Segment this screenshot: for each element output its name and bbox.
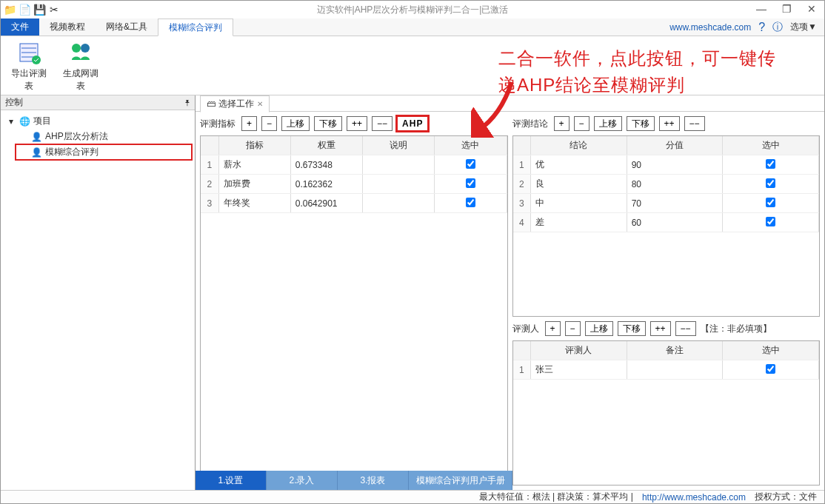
bottom-tab-input[interactable]: 2.录入 [267,471,338,490]
bottom-tab-report[interactable]: 3.报表 [338,471,409,490]
cell[interactable] [627,360,723,380]
indicator-addmulti-button[interactable]: ++ [347,116,367,131]
bottom-tab-manual[interactable]: 模糊综合评判用户手册 [409,471,512,490]
cell[interactable] [363,155,435,175]
help-icon[interactable]: ? [758,21,765,34]
cell[interactable] [363,175,435,194]
cell[interactable]: 0.673348 [290,155,362,175]
cell[interactable]: 良 [531,175,627,194]
cell[interactable]: 60 [627,213,723,232]
tree-item-ahp[interactable]: 👤 AHP层次分析法 [16,129,192,144]
tree-toggle-icon[interactable]: ▾ [7,116,16,127]
indicator-down-button[interactable]: 下移 [314,116,342,131]
gen-list-button[interactable]: 生成网调表 [59,38,103,95]
indicator-toolbar: 评测指标 + − 上移 下移 ++ −− AHP [200,116,508,131]
quick-new-icon[interactable]: 📄 [19,4,30,16]
col-selected[interactable]: 选中 [723,341,819,360]
col-selected[interactable]: 选中 [435,136,507,155]
cell[interactable]: 年终奖 [218,194,290,213]
cell[interactable]: 张三 [531,360,627,380]
person-toolbar: 评测人 + − 上移 下移 ++ −− 【注：非必填项】 [512,321,821,336]
row-checkbox[interactable] [766,364,775,374]
conclusion-add-button[interactable]: + [554,116,570,131]
col-score[interactable]: 分值 [627,136,723,155]
row-checkbox[interactable] [766,178,775,188]
row-checkbox[interactable] [466,198,475,207]
person-addmulti-button[interactable]: ++ [650,321,671,336]
person-add-button[interactable]: + [545,321,561,336]
info-icon[interactable]: ⓘ [772,21,783,34]
quick-open-icon[interactable]: 📁 [4,4,16,16]
col-conc[interactable]: 结论 [531,136,627,155]
cell[interactable]: 0.0642901 [290,194,362,213]
export-table-icon [17,41,41,64]
export-table-button[interactable]: 导出评测表 [7,38,51,95]
tree-ahp-label: AHP层次分析法 [45,130,108,143]
indicator-grid: 指标 权重 说明 选中 1薪水0.6733482加班费0.1623623年终奖0… [200,135,508,485]
row-checkbox[interactable] [466,159,475,169]
col-person[interactable]: 评测人 [531,341,627,360]
conclusion-up-button[interactable]: 上移 [594,116,622,131]
svg-point-1 [32,56,41,64]
workspace-tab-close[interactable]: ✕ [257,100,263,108]
cell[interactable]: 加班费 [218,175,290,194]
ahp-button[interactable]: AHP [397,116,428,131]
conclusion-down-button[interactable]: 下移 [627,116,655,131]
person-down-button[interactable]: 下移 [618,321,646,336]
cell[interactable]: 0.162362 [290,175,362,194]
maximize-button[interactable]: ❐ [774,1,799,17]
conclusion-addmulti-button[interactable]: ++ [659,116,680,131]
person-removemulti-button[interactable]: −− [675,321,696,336]
indicator-up-button[interactable]: 上移 [281,116,310,131]
indicator-add-button[interactable]: + [241,116,257,131]
tree-item-fuzzy[interactable]: 👤 模糊综合评判 [16,144,192,160]
person-up-button[interactable]: 上移 [585,321,613,336]
link-meshcade[interactable]: www.meshcade.com [669,22,751,33]
person-label: 评测人 [512,323,539,335]
cell[interactable]: 优 [531,155,627,175]
tab-file[interactable]: 文件 [1,19,39,36]
status-url[interactable]: http://www.meshcade.com [642,492,746,503]
bottom-tab-setup[interactable]: 1.设置 [196,471,267,490]
cell[interactable]: 80 [627,175,723,194]
indicator-label: 评测指标 [200,118,236,130]
cell[interactable]: 差 [531,213,627,232]
col-weight[interactable]: 权重 [290,136,362,155]
row-checkbox[interactable] [466,178,475,188]
col-note[interactable]: 说明 [363,136,435,155]
cell[interactable]: 90 [627,155,723,175]
tree-root[interactable]: ▾ 🌐 项目 [4,113,192,129]
person-icon: 👤 [30,131,42,143]
conclusion-remove-button[interactable]: − [574,116,589,131]
minimize-button[interactable]: — [749,1,774,17]
quick-cut-icon[interactable]: ✂ [48,4,60,16]
close-button[interactable]: ✕ [799,1,824,17]
cell[interactable]: 薪水 [218,155,290,175]
tab-fuzzy[interactable]: 模糊综合评判 [158,19,233,36]
options-button[interactable]: 选项▼ [790,21,817,33]
gen-list-icon [69,41,93,64]
row-checkbox[interactable] [766,198,775,207]
row-checkbox[interactable] [766,159,775,169]
row-checkbox[interactable] [766,217,775,226]
tab-network[interactable]: 网络&工具 [96,19,158,36]
status-auth: 授权方式：文件 [755,491,817,503]
conclusion-removemulti-button[interactable]: −− [684,116,705,131]
col-indicator[interactable]: 指标 [218,136,290,155]
svg-point-2 [72,44,81,53]
col-selected[interactable]: 选中 [723,136,819,155]
cell[interactable]: 70 [627,194,723,213]
indicator-removemulti-button[interactable]: −− [372,116,393,131]
col-pnote[interactable]: 备注 [627,341,723,360]
workspace-tab[interactable]: 🗃 选择工作 ✕ [200,95,270,112]
person-remove-button[interactable]: − [565,321,581,336]
cell[interactable]: 中 [531,194,627,213]
indicator-remove-button[interactable]: − [261,116,277,131]
pin-icon[interactable]: 🖈 [183,98,192,108]
tab-video[interactable]: 视频教程 [39,19,96,36]
gen-list-label: 生成网调表 [61,67,100,93]
tree: ▾ 🌐 项目 👤 AHP层次分析法 👤 模糊综合评判 [1,110,195,163]
quick-save-icon[interactable]: 💾 [33,4,45,16]
cell[interactable] [363,194,435,213]
workspace-tab-icon: 🗃 [207,98,216,109]
